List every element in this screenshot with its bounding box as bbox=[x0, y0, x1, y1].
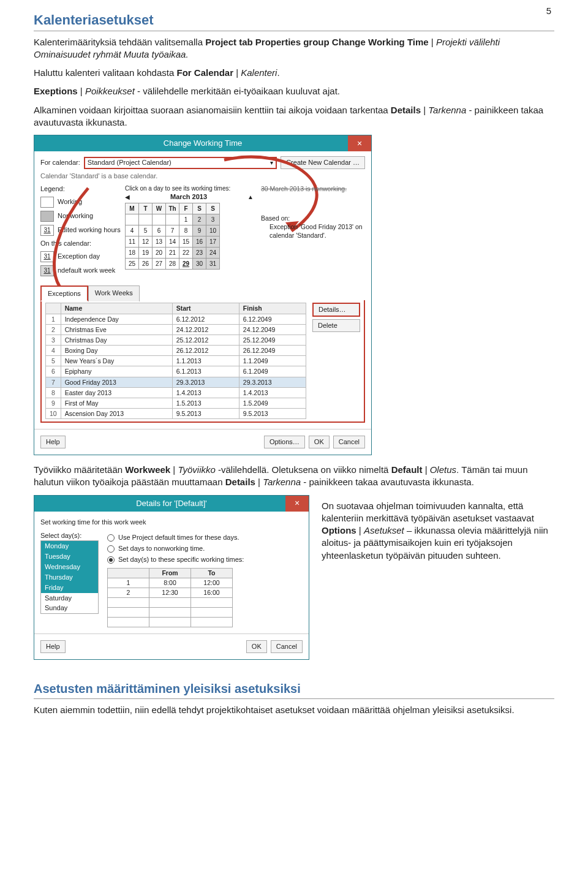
legend-edited: Edited working hours bbox=[58, 225, 121, 235]
cal-day-cell[interactable]: 30 bbox=[193, 259, 206, 270]
col-from: From bbox=[149, 569, 191, 578]
cal-day-cell[interactable]: 5 bbox=[139, 225, 153, 236]
d2-heading: Set working time for this work week bbox=[40, 518, 303, 527]
list-item[interactable]: Thursday bbox=[41, 572, 98, 583]
cancel-button[interactable]: Cancel bbox=[271, 640, 303, 653]
radio-specific[interactable]: Set day(s) to these specific working tim… bbox=[107, 555, 303, 564]
cal-day-cell[interactable]: 20 bbox=[153, 248, 166, 259]
table-row[interactable]: 7Good Friday 201329.3.201329.3.2013 bbox=[46, 377, 306, 387]
table-row[interactable]: 4Boxing Day26.12.201226.12.2049 bbox=[46, 346, 306, 356]
cal-day-cell[interactable]: 31 bbox=[206, 259, 220, 270]
heading-main: Kalenteriasetukset bbox=[34, 11, 554, 31]
legend-nonworking: Nonworking bbox=[58, 211, 93, 221]
cal-day-cell[interactable]: 9 bbox=[193, 225, 206, 236]
legend-label: Legend: bbox=[40, 184, 121, 194]
cal-day-cell[interactable]: 24 bbox=[206, 248, 220, 259]
day-list[interactable]: MondayTuesdayWednesdayThursdayFridaySatu… bbox=[40, 540, 99, 614]
para-1: Kalenterimäärityksiä tehdään valitsemall… bbox=[34, 36, 554, 61]
select-days-label: Select day(s): bbox=[40, 531, 99, 540]
calendar-grid[interactable]: MTWThFSS 1234567891011121314151617181920… bbox=[125, 203, 220, 270]
legend-exc-icon: 31 bbox=[40, 251, 54, 262]
table-row[interactable]: 10Ascension Day 20139.5.20139.5.2013 bbox=[46, 409, 306, 419]
from-to-table[interactable]: FromTo 18:0012:00212:3016:00 bbox=[107, 568, 233, 627]
list-item[interactable]: Saturday bbox=[41, 593, 98, 603]
tab-exceptions[interactable]: Exceptions bbox=[40, 285, 88, 302]
para-sub: Kuten aiemmin todettiin, niin edellä teh… bbox=[34, 704, 554, 716]
list-item[interactable]: Sunday bbox=[41, 603, 98, 613]
col-name: Name bbox=[61, 303, 172, 314]
cal-day-cell[interactable]: 6 bbox=[153, 225, 166, 236]
cal-dow-cell: F bbox=[179, 203, 193, 214]
based-on-label: Based on: bbox=[261, 214, 365, 222]
for-calendar-select[interactable]: Standard (Project Calendar) ▾ bbox=[84, 157, 277, 169]
cal-up-icon[interactable]: ▲ bbox=[247, 193, 254, 202]
delete-button[interactable]: Delete bbox=[312, 319, 360, 332]
cal-day-cell[interactable] bbox=[126, 214, 139, 225]
cal-day-cell[interactable]: 28 bbox=[166, 259, 179, 270]
para-2: Haluttu kalenteri valitaan kohdasta For … bbox=[34, 67, 554, 79]
list-item[interactable]: Monday bbox=[41, 541, 98, 551]
table-row[interactable]: 5New Years´s Day1.1.20131.1.2049 bbox=[46, 356, 306, 366]
cal-day-cell[interactable]: 2 bbox=[193, 214, 206, 225]
cal-day-cell[interactable]: 19 bbox=[139, 248, 153, 259]
tab-workweeks[interactable]: Work Weeks bbox=[88, 285, 140, 302]
heading-sub: Asetusten määrittäminen yleisiksi asetuk… bbox=[34, 681, 554, 699]
for-calendar-label: For calendar: bbox=[40, 158, 80, 167]
radio-nonworking[interactable]: Set days to nonworking time. bbox=[107, 544, 303, 553]
cal-day-cell[interactable]: 27 bbox=[153, 259, 166, 270]
cal-day-cell[interactable]: 22 bbox=[179, 248, 193, 259]
cal-day-cell[interactable]: 12 bbox=[139, 236, 153, 248]
dialog2-title: Details for '[Default]' × bbox=[34, 496, 309, 512]
cal-day-cell[interactable]: 7 bbox=[166, 225, 179, 236]
cal-day-cell[interactable]: 26 bbox=[139, 259, 153, 270]
list-item[interactable]: Wednesday bbox=[41, 562, 98, 572]
cal-day-cell[interactable]: 16 bbox=[193, 236, 206, 248]
cal-day-cell[interactable]: 14 bbox=[166, 236, 179, 248]
table-row[interactable]: 212:3016:00 bbox=[108, 588, 233, 598]
cal-day-cell[interactable]: 29 bbox=[179, 259, 193, 270]
table-row[interactable]: 3Christmas Day25.12.201225.12.2049 bbox=[46, 335, 306, 345]
col-start: Start bbox=[172, 303, 239, 314]
cal-day-cell[interactable]: 10 bbox=[206, 225, 220, 236]
list-item[interactable]: Tuesday bbox=[41, 551, 98, 562]
radio-default[interactable]: Use Project default times for these days… bbox=[107, 533, 303, 542]
col-to: To bbox=[191, 569, 233, 578]
cal-day-cell[interactable]: 3 bbox=[206, 214, 220, 225]
cal-day-cell[interactable] bbox=[139, 214, 153, 225]
cal-day-cell[interactable]: 4 bbox=[126, 225, 139, 236]
list-item[interactable]: Friday bbox=[41, 583, 98, 593]
cal-day-cell[interactable]: 8 bbox=[179, 225, 193, 236]
cal-prev-icon[interactable]: ◀ bbox=[125, 193, 130, 202]
help-button[interactable]: Help bbox=[40, 436, 66, 448]
ok-button[interactable]: OK bbox=[246, 640, 267, 653]
table-row[interactable]: 6Epiphany6.1.20136.1.2049 bbox=[46, 366, 306, 377]
cancel-button[interactable]: Cancel bbox=[333, 436, 365, 448]
cal-day-cell[interactable]: 21 bbox=[166, 248, 179, 259]
legend-onthis: On this calendar: bbox=[40, 239, 121, 248]
cal-day-cell[interactable]: 1 bbox=[179, 214, 193, 225]
table-row[interactable]: 8Easter day 20131.4.20131.4.2013 bbox=[46, 387, 306, 398]
cal-day-cell[interactable]: 18 bbox=[126, 248, 139, 259]
ok-button[interactable]: OK bbox=[309, 436, 330, 448]
page-number: 5 bbox=[546, 5, 551, 17]
table-row[interactable]: 1Independence Day6.12.20126.12.2049 bbox=[46, 314, 306, 324]
clicknote: Click on a day to see its working times: bbox=[125, 184, 254, 193]
help-button[interactable]: Help bbox=[40, 640, 66, 653]
close-icon[interactable]: × bbox=[285, 496, 309, 512]
table-row[interactable]: 18:0012:00 bbox=[108, 578, 233, 588]
options-button[interactable]: Options… bbox=[264, 436, 305, 448]
cal-day-cell[interactable]: 25 bbox=[126, 259, 139, 270]
cal-day-cell[interactable]: 15 bbox=[179, 236, 193, 248]
table-row[interactable]: 2Christmas Eve24.12.201224.12.2049 bbox=[46, 324, 306, 335]
exceptions-table[interactable]: Name Start Finish 1Independence Day6.12.… bbox=[45, 303, 306, 419]
cal-day-cell[interactable] bbox=[166, 214, 179, 225]
cal-day-cell[interactable]: 17 bbox=[206, 236, 220, 248]
cal-day-cell[interactable]: 11 bbox=[126, 236, 139, 248]
create-new-calendar-button[interactable]: Create New Calendar … bbox=[281, 156, 365, 169]
cal-day-cell[interactable]: 23 bbox=[193, 248, 206, 259]
cal-day-cell[interactable] bbox=[153, 214, 166, 225]
cal-day-cell[interactable]: 13 bbox=[153, 236, 166, 248]
close-icon[interactable]: × bbox=[348, 135, 371, 151]
details-button[interactable]: Details… bbox=[312, 303, 360, 317]
table-row[interactable]: 9First of May1.5.20131.5.2049 bbox=[46, 398, 306, 408]
